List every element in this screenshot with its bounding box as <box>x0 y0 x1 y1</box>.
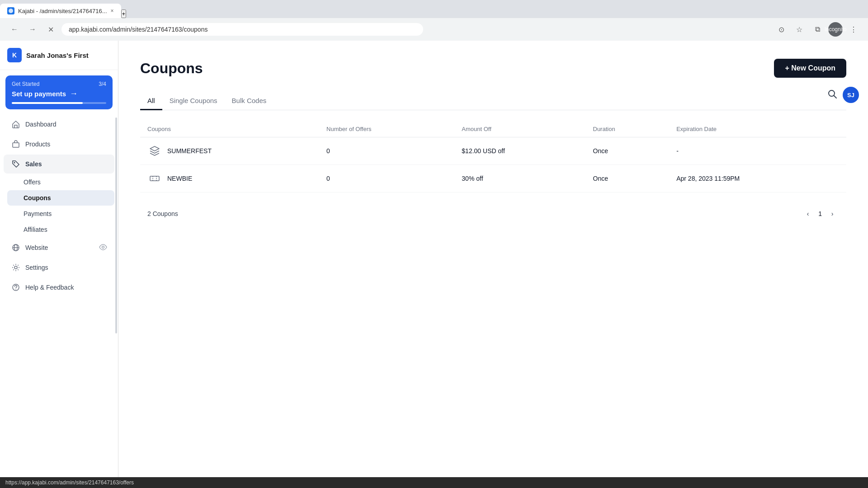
new-coupon-label: + New Coupon <box>785 64 835 72</box>
progress-bar <box>12 102 106 104</box>
sidebar-item-sales[interactable]: Sales <box>4 155 114 174</box>
new-coupon-button[interactable]: + New Coupon <box>774 59 846 78</box>
main-content: Coupons + New Coupon All Single Coupons … <box>118 41 868 477</box>
sidebar-item-offers[interactable]: Offers <box>7 174 114 190</box>
coupon-name-summerfest: SUMMERFEST <box>167 147 212 155</box>
col-amount-off: Amount Off <box>454 121 585 137</box>
home-icon <box>11 119 21 129</box>
page-controls: ‹ 1 › <box>801 207 839 221</box>
col-coupons: Coupons <box>140 121 319 137</box>
svg-point-2 <box>14 162 15 164</box>
sidebar-item-label-dashboard: Dashboard <box>25 121 57 128</box>
sidebar-scrollbar <box>116 117 118 477</box>
coupon-count: 2 Coupons <box>147 210 178 217</box>
svg-point-6 <box>14 266 17 269</box>
next-page-button[interactable]: › <box>826 207 839 221</box>
address-bar[interactable] <box>61 23 423 36</box>
progress-fill <box>12 102 83 104</box>
coupons-table: Coupons Number of Offers Amount Off Dura… <box>140 121 846 192</box>
sidebar-item-label-sales: Sales <box>25 160 42 168</box>
cast-icon[interactable]: ⊙ <box>774 22 788 37</box>
search-button[interactable] <box>827 89 837 101</box>
reload-button[interactable]: ✕ <box>43 22 58 37</box>
table-row[interactable]: NEWBIE 0 30% off Once Apr 28, 2023 11:59… <box>140 165 846 192</box>
tab-single-label: Single Coupons <box>170 97 217 104</box>
coupon-cell-newbie: NEWBIE <box>140 165 319 192</box>
app-logo[interactable]: K <box>7 48 22 62</box>
help-icon <box>11 282 21 292</box>
col-expiration-date: Expiration Date <box>669 121 846 137</box>
payments-label: Payments <box>24 210 52 217</box>
new-tab-button[interactable]: + <box>121 9 127 18</box>
sidebar-item-products[interactable]: Products <box>4 135 114 154</box>
table-row[interactable]: SUMMERFEST 0 $12.00 USD off Once - <box>140 137 846 165</box>
svg-point-5 <box>102 246 104 248</box>
sidebar-item-label-help: Help & Feedback <box>25 284 74 291</box>
browser-tab-active[interactable]: Kajabi - /admin/sites/214764716... × <box>0 4 121 18</box>
status-url: https://app.kajabi.com/admin/sites/21476… <box>5 479 134 486</box>
sidebar-nav: Get Started 3/4 Set up payments → <box>0 70 118 477</box>
svg-rect-1 <box>13 143 19 147</box>
tab-single-coupons[interactable]: Single Coupons <box>162 92 225 110</box>
get-started-action-text: Set up payments <box>12 90 66 98</box>
sidebar-header: K Sarah Jonas's First <box>0 41 118 70</box>
sidebar-item-coupons[interactable]: Coupons <box>7 190 114 206</box>
expiration-summerfest: - <box>669 137 846 165</box>
get-started-card[interactable]: Get Started 3/4 Set up payments → <box>5 75 113 109</box>
expiration-newbie: Apr 28, 2023 11:59PM <box>669 165 846 192</box>
offers-label: Offers <box>24 178 41 186</box>
col-duration: Duration <box>586 121 670 137</box>
affiliates-label: Affiliates <box>24 226 47 233</box>
coupons-label: Coupons <box>24 194 51 202</box>
ticket-icon <box>147 171 162 186</box>
sales-subnav: Offers Coupons Payments Affiliates <box>0 174 118 237</box>
tab-bulk-codes[interactable]: Bulk Codes <box>225 92 274 110</box>
sidebar-item-settings[interactable]: Settings <box>4 258 114 277</box>
sidebar-item-payments[interactable]: Payments <box>7 206 114 221</box>
col-num-offers: Number of Offers <box>319 121 454 137</box>
coupons-table-container: Coupons Number of Offers Amount Off Dura… <box>140 121 846 192</box>
sidebar-item-label-products: Products <box>25 141 50 148</box>
page-header: Coupons + New Coupon <box>140 59 846 78</box>
forward-button[interactable]: → <box>25 22 40 37</box>
back-button[interactable]: ← <box>7 22 22 37</box>
sidebar-item-dashboard[interactable]: Dashboard <box>4 115 114 134</box>
get-started-label: Get Started <box>12 81 39 87</box>
svg-point-8 <box>15 289 16 290</box>
user-avatar[interactable]: SJ <box>843 87 859 103</box>
tab-all[interactable]: All <box>140 92 162 110</box>
tab-title: Kajabi - /admin/sites/214764716... <box>18 8 107 14</box>
num-offers-summerfest: 0 <box>319 137 454 165</box>
box-icon <box>11 139 21 149</box>
sidebar-item-label-website: Website <box>25 244 48 251</box>
tag-icon <box>11 159 21 169</box>
svg-point-0 <box>9 9 13 13</box>
tab-bulk-label: Bulk Codes <box>232 97 267 104</box>
prev-page-button[interactable]: ‹ <box>801 207 815 221</box>
get-started-arrow-icon: → <box>70 89 78 99</box>
amount-off-summerfest: $12.00 USD off <box>454 137 585 165</box>
menu-button[interactable]: ⋮ <box>846 22 861 37</box>
bookmark-icon[interactable]: ☆ <box>792 22 807 37</box>
tabs-container: All Single Coupons Bulk Codes <box>140 92 846 110</box>
status-bar: https://app.kajabi.com/admin/sites/21476… <box>0 477 868 488</box>
eye-icon[interactable] <box>99 243 107 253</box>
profile-button[interactable]: Incognito <box>828 22 843 37</box>
site-name: Sarah Jonas's First <box>26 52 89 59</box>
globe-icon <box>11 243 21 253</box>
page-title: Coupons <box>140 60 203 77</box>
extensions-icon[interactable]: ⧉ <box>810 22 825 37</box>
tab-close-btn[interactable]: × <box>111 8 114 14</box>
sidebar-item-website[interactable]: Website <box>4 238 114 257</box>
pagination: 2 Coupons ‹ 1 › <box>140 203 846 224</box>
tab-favicon <box>7 7 14 14</box>
duration-newbie: Once <box>586 165 670 192</box>
layers-icon <box>147 144 162 158</box>
sidebar-item-help[interactable]: Help & Feedback <box>4 278 114 297</box>
amount-off-newbie: 30% off <box>454 165 585 192</box>
duration-summerfest: Once <box>586 137 670 165</box>
sidebar-item-affiliates[interactable]: Affiliates <box>7 222 114 237</box>
tab-all-label: All <box>147 97 155 104</box>
coupon-cell-summerfest: SUMMERFEST <box>140 137 319 165</box>
svg-rect-10 <box>150 176 159 181</box>
